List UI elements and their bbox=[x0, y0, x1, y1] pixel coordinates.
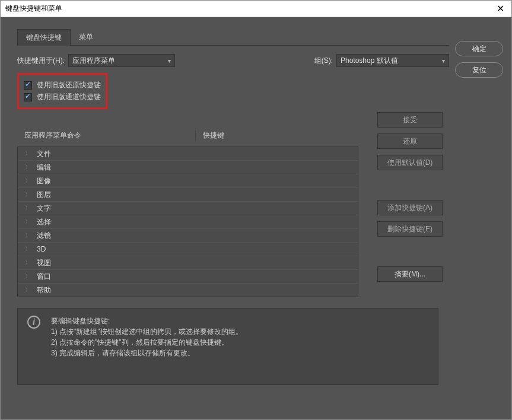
tabs: 键盘快捷键 菜单 bbox=[17, 29, 449, 46]
tree-item-edit[interactable]: 〉编辑 bbox=[18, 161, 358, 174]
tree-item-layer[interactable]: 〉图层 bbox=[18, 188, 358, 202]
side-buttons: 确定 复位 bbox=[455, 17, 511, 419]
main-panel: 键盘快捷键 菜单 快捷键用于(H): 应用程序菜单 组(S): Photosho… bbox=[1, 17, 455, 419]
chevron-right-icon: 〉 bbox=[25, 177, 31, 185]
chevron-right-icon: 〉 bbox=[25, 190, 31, 199]
dialog-window: 键盘快捷键和菜单 ✕ 键盘快捷键 菜单 快捷键用于(H): 应用程序菜单 组(S… bbox=[0, 0, 512, 420]
add-shortcut-button[interactable]: 添加快捷键(A) bbox=[377, 200, 443, 215]
close-icon[interactable]: ✕ bbox=[494, 3, 507, 14]
command-tree[interactable]: 〉文件 〉编辑 〉图像 〉图层 〉文字 〉选择 〉滤镜 〉3D 〉视图 〉窗口 … bbox=[17, 147, 358, 297]
chevron-right-icon: 〉 bbox=[25, 149, 31, 158]
delete-shortcut-button[interactable]: 删除快捷键(E) bbox=[377, 221, 443, 237]
column-shortcut: 快捷键 bbox=[195, 131, 224, 141]
chevron-right-icon: 〉 bbox=[25, 163, 31, 171]
accept-button[interactable]: 接受 bbox=[377, 112, 443, 128]
window-title: 键盘快捷键和菜单 bbox=[5, 4, 62, 14]
checkbox-legacy-restore-label: 使用旧版还原快捷键 bbox=[37, 80, 101, 90]
set-label: 组(S): bbox=[314, 56, 333, 66]
undo-button[interactable]: 还原 bbox=[377, 133, 443, 149]
tab-menus[interactable]: 菜单 bbox=[71, 29, 101, 45]
info-icon: i bbox=[27, 316, 40, 329]
tree-item-help[interactable]: 〉帮助 bbox=[18, 284, 358, 297]
shortcuts-for-select[interactable]: 应用程序菜单 bbox=[68, 54, 175, 67]
tree-item-select[interactable]: 〉选择 bbox=[18, 215, 358, 229]
checkbox-legacy-channel[interactable]: 使用旧版通道快捷键 bbox=[24, 92, 101, 102]
action-buttons: 接受 还原 使用默认值(D) 添加快捷键(A) 删除快捷键(E) 摘要(M)..… bbox=[377, 112, 443, 282]
dialog-body: 键盘快捷键 菜单 快捷键用于(H): 应用程序菜单 组(S): Photosho… bbox=[1, 17, 511, 419]
checkbox-icon[interactable] bbox=[24, 93, 32, 101]
summary-button[interactable]: 摘要(M)... bbox=[377, 266, 443, 282]
info-box: i 要编辑键盘快捷键: 1) 点按"新建组"按钮创建选中组的拷贝，或选择要修改的… bbox=[17, 308, 438, 385]
tree-item-file[interactable]: 〉文件 bbox=[18, 147, 358, 161]
top-controls-row: 快捷键用于(H): 应用程序菜单 组(S): Photoshop 默认值 bbox=[17, 54, 449, 67]
use-default-button[interactable]: 使用默认值(D) bbox=[377, 155, 443, 170]
shortcuts-for-value: 应用程序菜单 bbox=[72, 56, 115, 66]
highlight-annotation: 使用旧版还原快捷键 使用旧版通道快捷键 bbox=[17, 73, 107, 109]
tab-keyboard-shortcuts[interactable]: 键盘快捷键 bbox=[17, 29, 71, 46]
checkbox-legacy-channel-label: 使用旧版通道快捷键 bbox=[37, 92, 101, 102]
ok-button[interactable]: 确定 bbox=[455, 41, 503, 56]
shortcuts-for-label: 快捷键用于(H): bbox=[17, 56, 65, 66]
tree-item-3d[interactable]: 〉3D bbox=[18, 243, 358, 256]
tree-item-image[interactable]: 〉图像 bbox=[18, 174, 358, 188]
chevron-right-icon: 〉 bbox=[25, 272, 31, 281]
reset-button[interactable]: 复位 bbox=[455, 62, 503, 78]
chevron-right-icon: 〉 bbox=[25, 286, 31, 294]
chevron-right-icon: 〉 bbox=[25, 259, 31, 267]
checkbox-icon[interactable] bbox=[24, 81, 32, 90]
chevron-right-icon: 〉 bbox=[25, 204, 31, 212]
chevron-right-icon: 〉 bbox=[25, 231, 31, 240]
checkbox-legacy-restore[interactable]: 使用旧版还原快捷键 bbox=[24, 80, 101, 90]
set-value: Photoshop 默认值 bbox=[341, 56, 398, 66]
column-command: 应用程序菜单命令 bbox=[17, 131, 195, 141]
tree-item-window[interactable]: 〉窗口 bbox=[18, 270, 358, 284]
chevron-right-icon: 〉 bbox=[25, 245, 31, 253]
tree-item-filter[interactable]: 〉滤镜 bbox=[18, 229, 358, 243]
tree-item-view[interactable]: 〉视图 bbox=[18, 256, 358, 270]
tree-item-type[interactable]: 〉文字 bbox=[18, 202, 358, 215]
titlebar: 键盘快捷键和菜单 ✕ bbox=[1, 1, 511, 17]
info-text: 要编辑键盘快捷键: 1) 点按"新建组"按钮创建选中组的拷贝，或选择要修改的组。… bbox=[51, 316, 243, 377]
chevron-right-icon: 〉 bbox=[25, 218, 31, 226]
set-select[interactable]: Photoshop 默认值 bbox=[336, 54, 449, 67]
